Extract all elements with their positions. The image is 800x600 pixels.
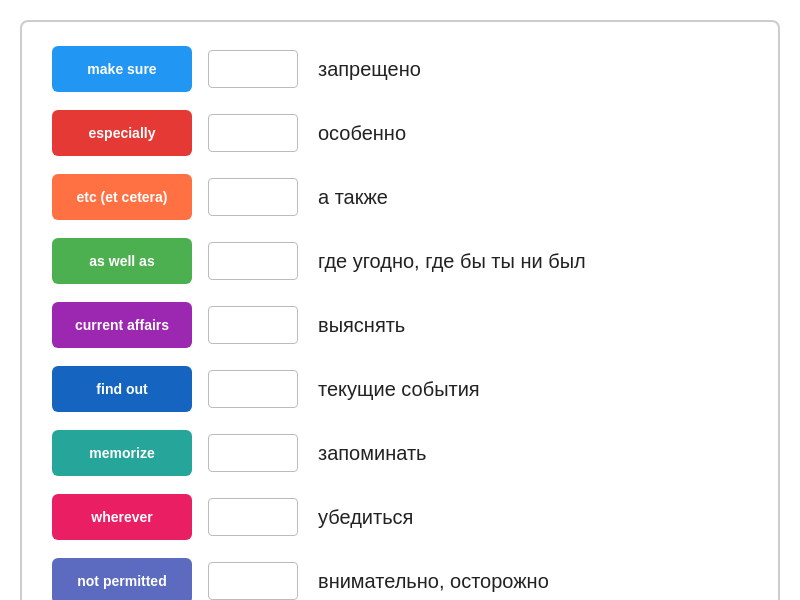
btn-current-affairs[interactable]: current affairs [52,302,192,348]
translation-memorize: запоминать [318,442,426,465]
row-not-permitted: not permittedвнимательно, осторожно [52,554,748,600]
row-current-affairs: current affairsвыяснять [52,298,748,352]
input-memorize[interactable] [208,434,298,472]
btn-especially[interactable]: especially [52,110,192,156]
input-etc[interactable] [208,178,298,216]
translation-not-permitted: внимательно, осторожно [318,570,549,593]
translation-etc: а также [318,186,388,209]
btn-as-well-as[interactable]: as well as [52,238,192,284]
btn-make-sure[interactable]: make sure [52,46,192,92]
input-as-well-as[interactable] [208,242,298,280]
input-not-permitted[interactable] [208,562,298,600]
translation-current-affairs: выяснять [318,314,405,337]
translation-wherever: убедиться [318,506,413,529]
btn-not-permitted[interactable]: not permitted [52,558,192,600]
btn-wherever[interactable]: wherever [52,494,192,540]
translation-as-well-as: где угодно, где бы ты ни был [318,250,586,273]
translation-make-sure: запрещено [318,58,421,81]
row-as-well-as: as well asгде угодно, где бы ты ни был [52,234,748,288]
input-especially[interactable] [208,114,298,152]
row-make-sure: make sureзапрещено [52,42,748,96]
translation-find-out: текущие события [318,378,480,401]
btn-find-out[interactable]: find out [52,366,192,412]
translation-especially: особенно [318,122,406,145]
btn-etc[interactable]: etc (et cetera) [52,174,192,220]
input-current-affairs[interactable] [208,306,298,344]
main-container: make sureзапрещеноespeciallyособенноetc … [20,20,780,600]
input-wherever[interactable] [208,498,298,536]
input-find-out[interactable] [208,370,298,408]
row-wherever: whereverубедиться [52,490,748,544]
input-make-sure[interactable] [208,50,298,88]
row-etc: etc (et cetera)а также [52,170,748,224]
btn-memorize[interactable]: memorize [52,430,192,476]
row-especially: especiallyособенно [52,106,748,160]
row-find-out: find outтекущие события [52,362,748,416]
row-memorize: memorizeзапоминать [52,426,748,480]
